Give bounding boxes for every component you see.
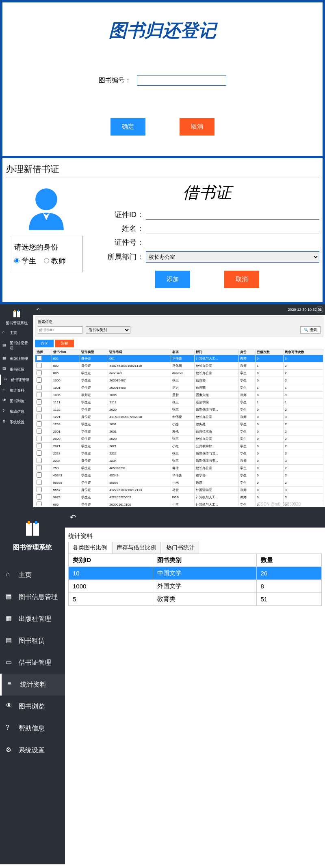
table-row[interactable]: 1001学生证202015488历史信息部学生11	[35, 384, 323, 392]
row-checkbox[interactable]	[37, 494, 42, 500]
input-id[interactable]	[146, 210, 319, 220]
tab-cancel-card[interactable]: 注销	[55, 340, 74, 347]
sidebar-item-5[interactable]: ≡统计资料	[0, 385, 33, 396]
sidebar-item-4[interactable]: ▭借书证管理	[0, 375, 33, 385]
table-row[interactable]: 2233学生证2233张三后勤保障与资...学生02	[35, 450, 323, 457]
stats-tab-1[interactable]: 库存与借出比例	[112, 542, 161, 554]
row-checkbox[interactable]	[37, 385, 42, 390]
row-checkbox[interactable]	[37, 363, 42, 368]
row-checkbox[interactable]	[37, 429, 42, 434]
sidebar-item-2[interactable]: ▦出版社管理	[0, 353, 33, 364]
sidebar-item-3[interactable]: ▤图书租赁	[0, 364, 33, 375]
nav-icon: ⌂	[6, 571, 15, 579]
stats-tab-2[interactable]: 热门书统计	[162, 542, 199, 554]
row-checkbox[interactable]	[37, 407, 42, 412]
row-checkbox[interactable]	[37, 480, 42, 485]
row-checkbox[interactable]	[37, 465, 42, 470]
sidebar-item-2[interactable]: ▦出版社管理	[0, 608, 65, 630]
row-checkbox[interactable]	[37, 377, 42, 383]
mgmt-large-panel: 图书管理系统 ⌂主页▤图书信息管理▦出版社管理▤图书租赁▭借书证管理≡统计资料👁…	[0, 507, 325, 864]
sidebar-item-8[interactable]: ⚙系统设置	[0, 417, 33, 427]
sidebar-item-7[interactable]: ?帮助信息	[0, 406, 33, 417]
table-row[interactable]: 1122学生证2020张三后勤保障与资...学生02	[35, 406, 323, 414]
table-row[interactable]: 1111学生证1111张三经济学院学生11	[35, 399, 323, 406]
sidebar-item-8[interactable]: ⚙系统设置	[0, 739, 65, 761]
book-id-input[interactable]	[137, 75, 226, 86]
search-card-id[interactable]	[38, 326, 82, 334]
row-checkbox[interactable]	[37, 487, 42, 492]
row-checkbox[interactable]	[37, 370, 42, 375]
table-row[interactable]: 10中国文学26	[69, 567, 322, 580]
table-row[interactable]: 2001学生证2001海伦信息技术系学生02	[35, 428, 323, 435]
table-row[interactable]: 1000外国文学8	[69, 580, 322, 593]
nav-icon: ▭	[4, 377, 9, 383]
stats-tab-0[interactable]: 各类图书比例	[68, 542, 111, 554]
sidebar-item-6[interactable]: 👁图书浏览	[0, 396, 33, 406]
back-icon[interactable]: ↶	[37, 308, 40, 312]
sidebar-item-6[interactable]: 👁图书浏览	[0, 696, 65, 717]
sidebar-item-1[interactable]: ▤图书信息管理	[0, 586, 65, 608]
row-checkbox[interactable]	[37, 472, 42, 478]
table-row[interactable]: 5678学生证422265226652FGB计算机与人工...教师03	[35, 494, 323, 501]
select-dept[interactable]: 校长办公室	[146, 251, 319, 263]
opt-student[interactable]: 学生	[14, 257, 36, 265]
label-name: 姓名：	[95, 224, 144, 233]
table-row[interactable]: 1000学生证202015487张三信息部学生02	[35, 377, 323, 384]
table-row[interactable]: 1221身份证411502199907287010华伟豪校长办公室教师03	[35, 414, 323, 421]
table-row[interactable]: 1234学生证1001小路教务处学生02	[35, 421, 323, 428]
opt-teacher[interactable]: 教师	[44, 257, 66, 265]
row-checkbox[interactable]	[37, 355, 42, 361]
table-row[interactable]: 5教育类51	[69, 593, 322, 606]
table-row[interactable]: 55555学生证55555小米数院学生02	[35, 479, 323, 487]
ok-button[interactable]: 确定	[110, 118, 145, 136]
back-icon[interactable]: ↶	[70, 513, 76, 522]
search-button[interactable]: 🔍 搜索	[300, 326, 321, 334]
cancel-button[interactable]: 取消	[180, 118, 214, 136]
footer-brand: XYDai.cn 新源代源码社区	[268, 840, 317, 860]
stats-table: 类别ID图书类别数量10中国文学261000外国文学85教育类51	[68, 554, 322, 606]
table-row[interactable]: 001身份证001华伟豪计算机与人工...教师03	[35, 355, 323, 362]
table-row[interactable]: 2020学生证2020张三校长办公室学生02	[35, 435, 323, 443]
row-checkbox[interactable]	[37, 502, 42, 506]
row-checkbox[interactable]	[37, 450, 42, 456]
search-panel: 搜索信息 借书卡类别 🔍 搜索	[35, 317, 323, 336]
card-table: 选择借书卡ID证件类型证件号码名字部门身份已借次数剩余可借次数001身份证001…	[35, 349, 323, 506]
row-checkbox[interactable]	[37, 392, 42, 397]
identity-box: 请选您的身份 学生 教师	[10, 236, 83, 272]
table-row[interactable]: 250学生证465978231蒋俅校长办公室学生02	[35, 465, 323, 472]
cancel-button[interactable]: 取消	[224, 271, 259, 288]
sidebar-item-4[interactable]: ▭借书证管理	[0, 652, 65, 674]
return-form: 图书编号：	[6, 75, 318, 86]
close-icon[interactable]: ✕	[316, 306, 323, 313]
svg-rect-2	[18, 310, 19, 312]
row-checkbox[interactable]	[37, 421, 42, 426]
input-no[interactable]	[146, 237, 319, 247]
nav-icon: ▭	[6, 658, 15, 667]
sidebar-item-7[interactable]: ?帮助信息	[0, 717, 65, 739]
table-row[interactable]: 2234身份证2234张三后勤保障与资...教师03	[35, 457, 323, 465]
sidebar-item-0[interactable]: ⌂主页	[0, 327, 33, 338]
search-card-type[interactable]: 借书卡类别	[86, 326, 130, 334]
table-row[interactable]: 2021学生证2021小红公共教学部学生02	[35, 443, 323, 450]
table-row[interactable]: 1005教师证1005蛋新蛋素六组教师03	[35, 392, 323, 399]
sidebar-item-3[interactable]: ▤图书租赁	[0, 630, 65, 652]
sidebar-item-5[interactable]: ≡统计资料	[0, 674, 65, 696]
table-row[interactable]: 45343学生证45343华伟豪教学部学生02	[35, 472, 323, 479]
add-button[interactable]: 添加	[155, 271, 190, 288]
topbar: ↶	[65, 507, 325, 528]
row-checkbox[interactable]	[37, 436, 42, 441]
input-name[interactable]	[146, 224, 319, 233]
row-checkbox[interactable]	[37, 399, 42, 405]
sidebar-item-1[interactable]: ▤图书信息管理	[0, 338, 33, 353]
nav-icon: ▦	[6, 614, 15, 623]
table-row[interactable]: 005学生证dasdsaddasasd校长办公室学生02	[35, 370, 323, 377]
table-row[interactable]: 002身份证418745188710021110马化腾校长办公室教师12	[35, 362, 323, 370]
svg-rect-3	[28, 521, 30, 524]
tab-create-card[interactable]: 办卡	[35, 340, 54, 347]
row-checkbox[interactable]	[37, 458, 42, 463]
table-row[interactable]: 5557身份证412726188710212113马云外国语学院教师03	[35, 487, 323, 494]
return-buttons: 确定 取消	[6, 118, 318, 136]
row-checkbox[interactable]	[37, 443, 42, 448]
sidebar-item-0[interactable]: ⌂主页	[0, 564, 65, 586]
row-checkbox[interactable]	[37, 414, 42, 419]
